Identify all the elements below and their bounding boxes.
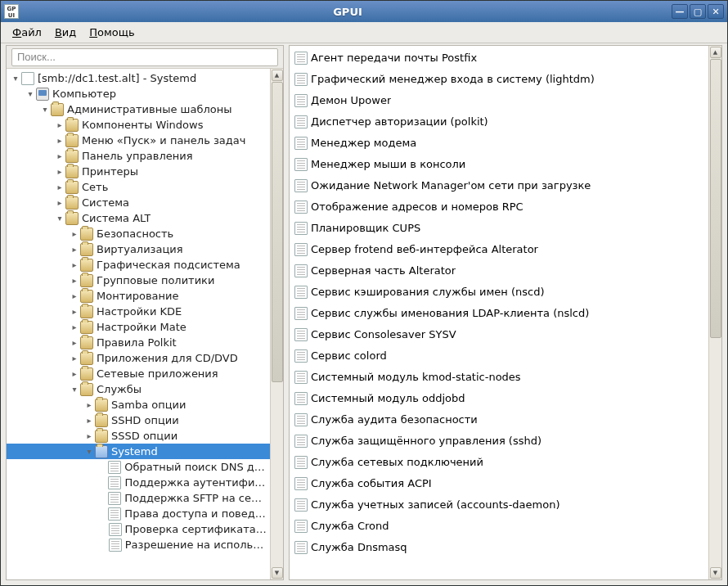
twisty-icon[interactable]: ▾ <box>54 214 65 223</box>
tree-scrollbar[interactable]: ▲ ▼ <box>270 69 283 579</box>
twisty-icon[interactable]: ▸ <box>69 291 80 300</box>
list-item[interactable]: Служба сетевых подключений <box>290 452 708 473</box>
list-scrollbar[interactable]: ▲ ▼ <box>708 46 721 579</box>
list-item[interactable]: Служба события ACPI <box>290 473 708 494</box>
tree-item[interactable]: ▸Правила Polkit <box>7 335 270 350</box>
twisty-icon[interactable]: ▸ <box>69 260 80 269</box>
list-item[interactable]: Серверная часть Alterator <box>290 260 708 282</box>
list-item[interactable]: Планировщик CUPS <box>290 218 708 239</box>
menu-file[interactable]: Файл <box>7 24 47 41</box>
twisty-icon[interactable]: ▾ <box>25 89 36 98</box>
document-icon <box>294 73 308 86</box>
twisty-icon[interactable]: ▸ <box>69 369 80 378</box>
tree-item[interactable]: ▸Компоненты Windows <box>7 117 270 133</box>
list-item[interactable]: Менеджер модема <box>290 133 708 154</box>
tree-item[interactable]: Права доступа и поведени... <box>7 506 270 521</box>
scroll-down-button[interactable]: ▼ <box>710 567 721 579</box>
tree-item[interactable]: Поддержка аутентификац... <box>7 475 270 490</box>
tree-item[interactable]: ▸Настройки KDE <box>7 304 270 319</box>
twisty-icon[interactable]: ▸ <box>69 245 80 254</box>
tree-item[interactable]: ▸Графическая подсистема <box>7 257 270 273</box>
list-item[interactable]: Графический менеджер входа в систему (li… <box>290 69 708 90</box>
tree-admin-templates[interactable]: ▾ Административные шаблоны <box>7 101 270 117</box>
twisty-icon[interactable]: ▾ <box>83 447 95 456</box>
minimize-button[interactable]: — <box>672 4 688 19</box>
list-item[interactable]: Демон Upower <box>290 90 708 111</box>
tree-item[interactable]: Разрешение на использов... <box>7 537 270 552</box>
twisty-icon[interactable]: ▾ <box>10 74 21 83</box>
list-item[interactable]: Служба учетных записей (accounts-daemon) <box>290 494 708 516</box>
titlebar[interactable]: GP UI GPUI — ▢ ✕ <box>1 1 727 22</box>
twisty-icon[interactable]: ▸ <box>69 354 80 363</box>
twisty-icon[interactable]: ▸ <box>69 276 80 285</box>
tree-item[interactable]: ▸Виртуализация <box>7 241 270 257</box>
close-button[interactable]: ✕ <box>708 4 724 19</box>
list-item[interactable]: Системный модуль oddjobd <box>290 388 708 409</box>
scroll-up-button[interactable]: ▲ <box>272 70 283 81</box>
list-item[interactable]: Ожидание Network Manager'ом сети при заг… <box>290 175 708 196</box>
list-item[interactable]: Менеджер мыши в консоли <box>290 154 708 175</box>
twisty-icon[interactable]: ▸ <box>54 198 65 207</box>
twisty-icon[interactable]: ▾ <box>39 105 51 114</box>
list-item[interactable]: Сервис colord <box>290 345 708 367</box>
menu-help[interactable]: Помощь <box>84 24 139 41</box>
tree-item-label: Панель управления <box>82 150 193 162</box>
tree-item[interactable]: ▸Система <box>7 195 270 210</box>
tree-systemd[interactable]: ▾ Systemd <box>7 444 270 459</box>
folder-icon <box>80 274 93 287</box>
twisty-icon[interactable]: ▸ <box>69 229 80 238</box>
list-item[interactable]: Сервис Consolesaver SYSV <box>290 324 708 345</box>
twisty-icon[interactable]: ▸ <box>83 431 95 440</box>
tree-services[interactable]: ▾ Службы <box>7 381 270 397</box>
tree-item[interactable]: ▸Настройки Mate <box>7 319 270 335</box>
tree-item[interactable]: ▸Сеть <box>7 179 270 195</box>
twisty-icon[interactable]: ▸ <box>83 400 95 409</box>
list-item[interactable]: Диспетчер авторизации (polkit) <box>290 111 708 133</box>
list-item-label: Сервис службы именования LDAP-клиента (n… <box>311 307 589 319</box>
list-item[interactable]: Служба Dnsmasq <box>290 537 708 558</box>
list-item[interactable]: Служба Crond <box>290 516 708 537</box>
scroll-up-button[interactable]: ▲ <box>710 47 721 58</box>
tree-system-alt[interactable]: ▾ Система ALT <box>7 210 270 226</box>
menu-view[interactable]: Вид <box>50 24 81 41</box>
tree-item[interactable]: ▸Безопасность <box>7 226 270 241</box>
list-item[interactable]: Системный модуль kmod-static-nodes <box>290 367 708 388</box>
twisty-icon[interactable]: ▸ <box>54 167 65 176</box>
tree-item[interactable]: ▸Приложения для CD/DVD <box>7 350 270 366</box>
list-item[interactable]: Сервер frotend веб-интерфейса Alterator <box>290 239 708 260</box>
twisty-icon[interactable]: ▸ <box>69 307 80 316</box>
twisty-icon[interactable]: ▸ <box>69 322 80 331</box>
tree-item[interactable]: Обратный поиск DNS для з... <box>7 459 270 475</box>
list-item[interactable]: Сервис службы именования LDAP-клиента (n… <box>290 303 708 324</box>
twisty-icon[interactable]: ▾ <box>69 385 80 394</box>
twisty-icon[interactable]: ▸ <box>69 338 80 347</box>
list-item[interactable]: Служба защищённого управления (sshd) <box>290 430 708 452</box>
tree-item[interactable]: ▸Samba опции <box>7 397 270 412</box>
list-item-label: Системный модуль kmod-static-nodes <box>311 371 521 383</box>
scroll-down-button[interactable]: ▼ <box>272 567 283 579</box>
tree-item[interactable]: Проверка сертификата пр... <box>7 521 270 537</box>
tree-item[interactable]: ▸Сетевые приложения <box>7 366 270 381</box>
list-item[interactable]: Служба аудита безопасности <box>290 409 708 430</box>
list-item[interactable]: Отображение адресов и номеров RPC <box>290 196 708 218</box>
twisty-icon[interactable]: ▸ <box>54 120 65 129</box>
list-item[interactable]: Сервис кэширования службы имен (nscd) <box>290 282 708 303</box>
maximize-button[interactable]: ▢ <box>690 4 706 19</box>
tree-item[interactable]: ▸Панель управления <box>7 148 270 164</box>
twisty-icon[interactable]: ▸ <box>83 416 95 425</box>
tree-item[interactable]: ▸Монтирование <box>7 288 270 304</box>
search-input[interactable] <box>11 48 278 66</box>
tree-item[interactable]: Поддержка SFTP на сервер... <box>7 490 270 506</box>
tree-item[interactable]: ▸Принтеры <box>7 164 270 179</box>
twisty-icon[interactable]: ▸ <box>54 151 65 160</box>
list-item[interactable]: Агент передачи почты Postfix <box>290 47 708 69</box>
tree-item[interactable]: ▸SSHD опции <box>7 412 270 428</box>
tree-root[interactable]: ▾ [smb://dc1.test.alt] - Systemd <box>7 70 270 86</box>
tree-item[interactable]: ▸Групповые политики <box>7 273 270 288</box>
tree-item[interactable]: ▸SSSD опции <box>7 428 270 444</box>
document-icon <box>294 94 308 107</box>
tree-item[interactable]: ▸Меню «Пуск» и панель задач <box>7 133 270 148</box>
twisty-icon[interactable]: ▸ <box>54 183 65 192</box>
tree-computer[interactable]: ▾ Компьютер <box>7 86 270 101</box>
twisty-icon[interactable]: ▸ <box>54 136 65 145</box>
